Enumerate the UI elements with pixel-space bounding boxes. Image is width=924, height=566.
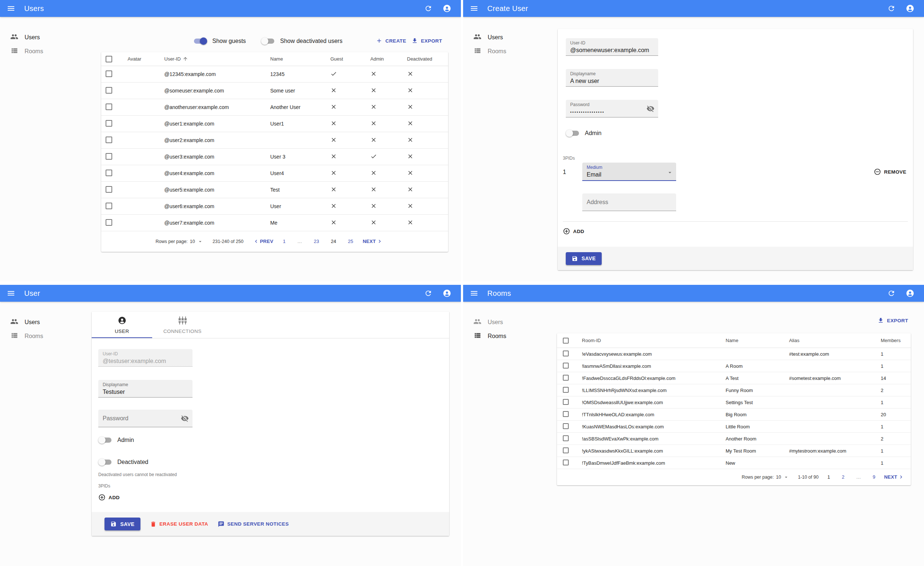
col-name[interactable]: Name	[726, 338, 789, 343]
prev-button[interactable]: PREV	[253, 238, 273, 244]
room-row[interactable]: !LLIMSSNHrhRjsdWNXsd:example.comFunny Ro…	[557, 384, 911, 396]
show-guests-toggle[interactable]	[193, 37, 207, 45]
user-row[interactable]: @user4:example.comUser4	[101, 165, 448, 182]
user-row[interactable]: @user1:example.comUser1	[101, 116, 448, 132]
user-row[interactable]: @user5:example.comTest	[101, 182, 448, 198]
deactivated-toggle[interactable]	[98, 458, 112, 466]
col-alias[interactable]: Alias	[789, 338, 881, 343]
account-icon[interactable]	[906, 289, 915, 298]
row-checkbox[interactable]	[106, 120, 112, 126]
export-button[interactable]: EXPORT	[878, 317, 908, 324]
account-icon[interactable]	[442, 289, 452, 298]
refresh-icon[interactable]	[424, 5, 432, 12]
user-row[interactable]: @user7:example.comMe	[101, 215, 448, 231]
col-avatar[interactable]: Avatar	[128, 56, 164, 62]
row-checkbox[interactable]	[563, 351, 569, 357]
row-checkbox[interactable]	[563, 399, 569, 405]
account-icon[interactable]	[906, 4, 915, 13]
send-server-notices-button[interactable]: SEND SERVER NOTICES	[218, 521, 289, 527]
col-admin[interactable]: Admin	[370, 56, 407, 62]
user-id-field[interactable]: User-ID @somenewuser:example.com	[566, 38, 658, 56]
create-button[interactable]: CREATE	[376, 38, 406, 44]
page-1[interactable]: 1	[283, 239, 285, 244]
col-members[interactable]: Members	[881, 338, 911, 343]
row-checkbox[interactable]	[106, 71, 112, 77]
row-checkbox[interactable]	[563, 459, 569, 465]
room-row[interactable]: !TyBasDmweIJdfFaeBmk:example.comNew1	[557, 457, 911, 469]
password-field[interactable]: Password ••••••••••••••••	[566, 100, 658, 117]
room-row[interactable]: !OMSDsdweassllUUjjwe:example.comSettings…	[557, 396, 911, 408]
displayname-field[interactable]: Displayname Testuser	[98, 380, 192, 397]
room-row[interactable]: !KuasNWEMasdHasLOs:example.comLittle Roo…	[557, 421, 911, 433]
save-button[interactable]: SAVE	[566, 252, 602, 265]
room-row[interactable]: !ykAStwxasdwsKkxGILL:example.comMy Test …	[557, 445, 911, 457]
page-2[interactable]: 2	[842, 474, 844, 480]
col-room-id[interactable]: Room-ID	[582, 338, 726, 343]
menu-icon[interactable]	[470, 4, 478, 13]
room-row[interactable]: !asSBSlsdWEvaXwPk:example.comAnother Roo…	[557, 433, 911, 445]
menu-icon[interactable]	[7, 289, 15, 298]
row-checkbox[interactable]	[563, 435, 569, 441]
sidebar-item-users[interactable]: Users	[10, 316, 87, 328]
select-all-checkbox[interactable]	[106, 56, 112, 62]
row-checkbox[interactable]	[563, 375, 569, 381]
room-row[interactable]: !FasdweDssccaGLdsFRddsOl:example.comA Te…	[557, 372, 911, 384]
page-25[interactable]: 25	[348, 239, 353, 244]
row-checkbox[interactable]	[106, 137, 112, 143]
room-row[interactable]: !eVasdacvxysewus:example.com#test:exampl…	[557, 348, 911, 360]
room-row[interactable]: !lasmnwASmDllasi:example.comA Room1	[557, 360, 911, 372]
menu-icon[interactable]	[7, 4, 15, 13]
password-field[interactable]: Password	[98, 409, 192, 427]
tab-connections[interactable]: CONNECTIONS	[152, 312, 213, 338]
room-row[interactable]: !TTnlslkHHweOLAD:example.comBig Room20	[557, 408, 911, 421]
col-deactivated[interactable]: Deactivated	[407, 56, 448, 62]
user-row[interactable]: @user6:example.comUser	[101, 198, 448, 215]
row-checkbox[interactable]	[106, 219, 112, 226]
rows-per-page-select[interactable]: Rows per page: 10	[742, 474, 789, 480]
add-threepid-button[interactable]: ADD	[98, 494, 120, 501]
refresh-icon[interactable]	[887, 5, 896, 12]
sidebar-item-rooms[interactable]: Rooms	[473, 45, 550, 57]
erase-user-data-button[interactable]: ERASE USER DATA	[150, 521, 208, 527]
sidebar-item-users[interactable]: Users	[473, 316, 550, 328]
user-row[interactable]: @someuser:example.comSome user	[101, 83, 448, 99]
row-checkbox[interactable]	[106, 203, 112, 209]
row-checkbox[interactable]	[563, 423, 569, 429]
sidebar-item-rooms[interactable]: Rooms	[10, 330, 87, 342]
medium-select[interactable]: Medium Email	[582, 163, 676, 181]
export-button[interactable]: EXPORT	[411, 38, 442, 44]
user-row[interactable]: @user2:example.com	[101, 132, 448, 149]
select-all-checkbox[interactable]	[563, 338, 569, 343]
address-field[interactable]: Address	[582, 193, 676, 211]
row-checkbox[interactable]	[106, 186, 112, 193]
user-row[interactable]: @anotheruser:example.comAnother User	[101, 99, 448, 116]
show-deactivated-toggle[interactable]	[261, 37, 275, 45]
user-row[interactable]: @user3:example.comUser 3	[101, 149, 448, 165]
row-checkbox[interactable]	[106, 170, 112, 176]
page-23[interactable]: 23	[314, 239, 319, 244]
add-threepid-button[interactable]: ADD	[563, 227, 584, 235]
next-button[interactable]: NEXT	[363, 238, 383, 244]
sidebar-item-users[interactable]: Users	[473, 32, 550, 43]
displayname-field[interactable]: Displayname A new user	[566, 69, 658, 87]
visibility-off-icon[interactable]	[181, 414, 189, 424]
menu-icon[interactable]	[470, 289, 478, 298]
row-checkbox[interactable]	[563, 411, 569, 417]
admin-toggle[interactable]	[566, 129, 580, 137]
row-checkbox[interactable]	[563, 447, 569, 453]
row-checkbox[interactable]	[106, 153, 112, 160]
visibility-off-icon[interactable]	[646, 105, 654, 114]
refresh-icon[interactable]	[887, 289, 896, 297]
col-name[interactable]: Name	[270, 56, 330, 62]
col-user-id[interactable]: User-ID	[164, 56, 270, 62]
refresh-icon[interactable]	[424, 289, 432, 297]
row-checkbox[interactable]	[106, 104, 112, 110]
row-checkbox[interactable]	[106, 87, 112, 93]
row-checkbox[interactable]	[563, 387, 569, 393]
rows-per-page-select[interactable]: Rows per page: 10	[156, 239, 203, 244]
save-button[interactable]: SAVE	[105, 518, 140, 530]
tab-user[interactable]: USER	[92, 312, 152, 338]
col-guest[interactable]: Guest	[330, 56, 370, 62]
remove-threepid-button[interactable]: REMOVE	[874, 168, 906, 175]
row-checkbox[interactable]	[563, 363, 569, 369]
